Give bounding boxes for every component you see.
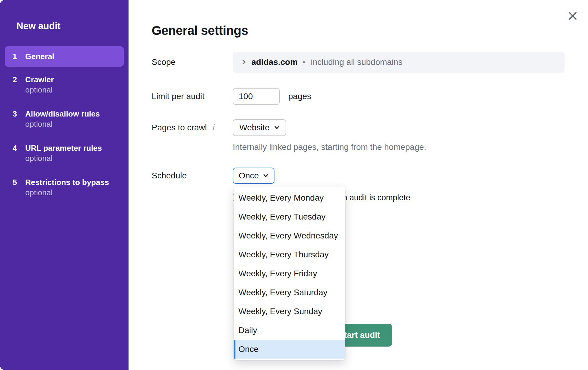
- sidebar-item-restrictions-to-bypass[interactable]: 5 Restrictions to bypass optional: [5, 178, 124, 197]
- new-audit-modal: New audit 1 General 2 Crawler optional 3…: [0, 0, 588, 370]
- scope-label: Scope: [152, 52, 175, 73]
- wizard-steps: 1 General 2 Crawler optional 3 Allow/dis…: [5, 46, 124, 197]
- schedule-select[interactable]: Once: [233, 168, 274, 184]
- schedule-dropdown-menu: Weekly, Every Monday Weekly, Every Tuesd…: [234, 187, 345, 360]
- menu-item-weekly-saturday[interactable]: Weekly, Every Saturday: [234, 283, 345, 302]
- schedule-value: Once: [239, 171, 259, 180]
- step-label: Crawler: [25, 75, 54, 84]
- schedule-label: Schedule: [152, 168, 187, 184]
- step-note: optional: [25, 154, 102, 163]
- pages-to-crawl-label: Pages to crawl: [152, 123, 207, 132]
- step-label: Restrictions to bypass: [25, 178, 109, 187]
- step-number: 4: [13, 144, 20, 153]
- pages-to-crawl-helper: Internally linked pages, starting from t…: [233, 142, 426, 152]
- step-number: 3: [13, 109, 20, 118]
- close-icon: [567, 10, 579, 22]
- scope-value-box[interactable]: adidas.com including all subdomains: [233, 52, 565, 73]
- step-label: URL parameter rules: [25, 144, 102, 153]
- wizard-sidebar: New audit 1 General 2 Crawler optional 3…: [0, 0, 129, 370]
- sidebar-item-allow-disallow-rules[interactable]: 3 Allow/disallow rules optional: [5, 109, 124, 129]
- step-label: Allow/disallow rules: [25, 109, 100, 118]
- limit-per-audit-label: Limit per audit: [152, 88, 205, 105]
- pages-to-crawl-label-row: Pages to crawl i: [152, 119, 214, 136]
- chevron-down-icon: [274, 126, 280, 129]
- sidebar-item-url-parameter-rules[interactable]: 4 URL parameter rules optional: [5, 144, 124, 163]
- step-note: optional: [25, 85, 54, 94]
- chevron-down-icon: [263, 174, 268, 177]
- pages-to-crawl-value: Website: [239, 123, 270, 132]
- limit-suffix: pages: [288, 88, 311, 105]
- general-settings-panel: General settings Scope adidas.com includ…: [129, 0, 588, 370]
- close-button[interactable]: [566, 9, 580, 23]
- step-note: optional: [25, 188, 109, 197]
- scope-subdomains-note: including all subdomains: [311, 57, 402, 67]
- menu-item-weekly-monday[interactable]: Weekly, Every Monday: [234, 188, 345, 207]
- sidebar-item-crawler[interactable]: 2 Crawler optional: [5, 75, 124, 94]
- menu-item-weekly-friday[interactable]: Weekly, Every Friday: [234, 264, 345, 283]
- scope-domain: adidas.com: [251, 57, 298, 67]
- info-icon[interactable]: i: [212, 123, 214, 132]
- step-note: optional: [25, 120, 100, 129]
- step-number: 1: [13, 52, 20, 61]
- menu-item-once[interactable]: Once: [234, 340, 345, 359]
- pages-to-crawl-select[interactable]: Website: [233, 119, 286, 136]
- step-label: General: [25, 52, 54, 61]
- chevron-right-icon: [241, 59, 247, 65]
- step-number: 5: [13, 178, 20, 187]
- sidebar-title: New audit: [17, 21, 124, 31]
- step-number: 2: [13, 75, 20, 84]
- dot-separator-icon: [303, 61, 305, 63]
- menu-item-weekly-tuesday[interactable]: Weekly, Every Tuesday: [234, 207, 345, 226]
- menu-item-daily[interactable]: Daily: [234, 321, 345, 340]
- menu-item-weekly-thursday[interactable]: Weekly, Every Thursday: [234, 245, 345, 264]
- menu-item-weekly-sunday[interactable]: Weekly, Every Sunday: [234, 302, 345, 321]
- menu-item-weekly-wednesday[interactable]: Weekly, Every Wednesday: [234, 226, 345, 245]
- limit-per-audit-input[interactable]: [233, 88, 280, 105]
- page-title: General settings: [152, 23, 248, 38]
- sidebar-item-general[interactable]: 1 General: [5, 46, 124, 67]
